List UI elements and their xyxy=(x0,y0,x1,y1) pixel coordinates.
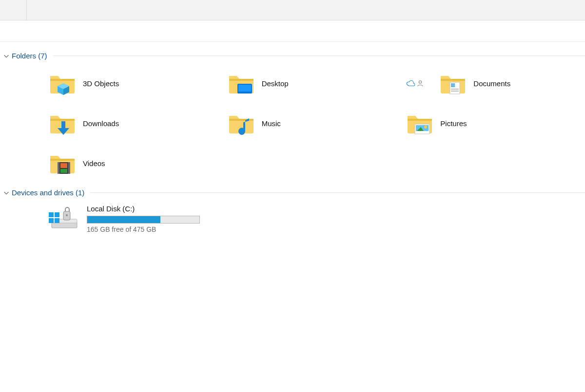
svg-rect-23 xyxy=(49,212,54,217)
svg-rect-25 xyxy=(49,218,54,223)
svg-point-14 xyxy=(424,126,427,129)
chevron-down-icon xyxy=(3,189,10,196)
this-pc-content: Folders (7) 3D Objects xyxy=(0,42,585,233)
folder-label: Music xyxy=(262,119,281,128)
svg-point-28 xyxy=(66,214,68,216)
folder-icon-desktop xyxy=(228,72,255,95)
group-rule xyxy=(53,56,585,56)
svg-rect-26 xyxy=(55,218,59,223)
group-header-folders-title: Folders xyxy=(12,52,36,60)
folder-icon-music xyxy=(228,112,255,135)
folder-videos[interactable]: Videos xyxy=(49,149,228,177)
drive-capacity-fill xyxy=(87,216,160,223)
folder-icon-videos xyxy=(49,151,76,175)
group-header-folders[interactable]: Folders (7) xyxy=(0,49,585,63)
group-header-drives-count: (1) xyxy=(74,188,85,197)
folder-desktop[interactable]: Desktop xyxy=(228,70,407,97)
svg-rect-18 xyxy=(60,163,67,168)
drive-capacity-bar xyxy=(87,216,200,224)
ribbon-bar xyxy=(0,0,585,20)
drive-name: Local Disk (C:) xyxy=(87,205,200,213)
svg-point-5 xyxy=(419,81,422,83)
folder-label: Downloads xyxy=(83,119,119,128)
folder-label: Pictures xyxy=(440,119,467,128)
toolbar-gap xyxy=(0,20,585,42)
svg-rect-4 xyxy=(238,85,251,92)
svg-rect-7 xyxy=(451,83,455,87)
folder-downloads[interactable]: Downloads xyxy=(49,110,228,137)
folder-3d-objects[interactable]: 3D Objects xyxy=(49,70,228,97)
drive-text: Local Disk (C:) 165 GB free of 475 GB xyxy=(87,205,200,233)
svg-rect-24 xyxy=(55,212,59,217)
folder-icon-pictures xyxy=(406,112,433,135)
svg-rect-16 xyxy=(58,162,59,174)
person-icon xyxy=(417,80,424,87)
folders-grid: 3D Objects Desktop xyxy=(0,63,585,186)
cloud-icon xyxy=(406,80,415,87)
folder-icon-downloads xyxy=(49,112,76,135)
folder-icon-3d-objects xyxy=(49,72,76,95)
group-header-folders-count: (7) xyxy=(36,52,47,60)
folder-label: Videos xyxy=(83,159,105,168)
svg-rect-17 xyxy=(68,162,70,174)
svg-point-10 xyxy=(239,129,245,135)
drive-capacity-text: 165 GB free of 475 GB xyxy=(87,225,200,233)
chevron-down-icon xyxy=(3,53,10,59)
folder-pictures[interactable]: Pictures xyxy=(406,110,585,137)
drive-icon xyxy=(49,205,80,230)
documents-sync-badges xyxy=(406,80,424,87)
group-header-drives[interactable]: Devices and drives (1) xyxy=(0,186,585,200)
folder-icon-documents xyxy=(439,72,467,95)
folder-label: Documents xyxy=(473,79,510,88)
group-rule xyxy=(90,192,585,193)
folder-music[interactable]: Music xyxy=(228,110,407,137)
folder-label: 3D Objects xyxy=(83,79,119,88)
folder-label: Desktop xyxy=(262,79,289,88)
drive-local-disk-c[interactable]: Local Disk (C:) 165 GB free of 475 GB xyxy=(0,200,585,233)
group-header-drives-title: Devices and drives xyxy=(12,188,74,197)
svg-rect-19 xyxy=(60,169,67,173)
folder-documents[interactable]: Documents xyxy=(406,70,585,97)
